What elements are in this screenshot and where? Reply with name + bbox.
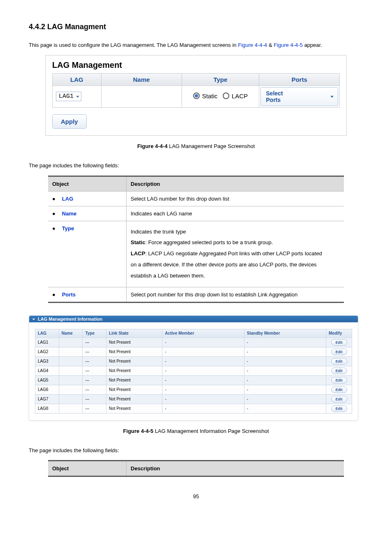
edit-button[interactable]: Edit [331, 368, 347, 374]
edit-button[interactable]: Edit [331, 339, 347, 346]
radio-label-lacp: LACP [232, 92, 248, 99]
table-cell [59, 366, 83, 375]
table-cell [59, 385, 83, 394]
type-lacp-rest3: establish a LAG between them. [131, 272, 340, 280]
objtbl2-h-desc: Description [127, 461, 344, 476]
edit-button[interactable]: Edit [331, 349, 347, 355]
modify-cell: Edit [326, 366, 352, 375]
table-cell: --- [83, 375, 106, 385]
table-cell [59, 338, 83, 347]
table-cell: --- [83, 347, 106, 356]
table-cell: - [244, 356, 326, 366]
figure-445-rest: LAG Management Information Page Screensh… [153, 428, 269, 434]
table-cell: --- [83, 366, 106, 375]
table-row: LAG6---Not Present--Edit [35, 385, 352, 394]
table-row: LAG3---Not Present--Edit [35, 356, 352, 366]
table-cell: LAG3 [35, 356, 59, 366]
edit-button[interactable]: Edit [331, 396, 347, 402]
object-table-2: Object Description [48, 460, 344, 477]
table-cell: --- [83, 404, 106, 413]
type-lacp-radio[interactable]: LACP [223, 92, 248, 99]
figure-444-caption: Figure 4-4-4 LAG Management Page Screens… [29, 143, 363, 149]
table-cell: Not Present [106, 338, 162, 347]
objtbl1-h-desc: Description [127, 176, 344, 191]
table-cell: - [244, 338, 326, 347]
table-row: LAG4---Not Present--Edit [35, 366, 352, 375]
desc-type: Indicates the trunk type Static: Force a… [127, 221, 344, 287]
th-name: Name [133, 76, 150, 83]
table-cell: Not Present [106, 356, 162, 366]
table-row: LAG1---Not Present--Edit [35, 338, 352, 347]
table-cell: - [162, 347, 244, 356]
table-cell [59, 394, 83, 404]
info-th-link: Link State [106, 329, 162, 338]
desc-name: Indicates each LAG name [127, 206, 344, 221]
table-cell: - [162, 385, 244, 394]
table-row: LAG8---Not Present--Edit [35, 404, 352, 413]
table-cell: - [244, 347, 326, 356]
edit-button[interactable]: Edit [331, 377, 347, 384]
table-cell: LAG2 [35, 347, 59, 356]
collapse-icon [32, 319, 35, 320]
modify-cell: Edit [326, 347, 352, 356]
table-cell: LAG7 [35, 394, 59, 404]
edit-button[interactable]: Edit [331, 405, 347, 412]
intro-paragraph: This page is used to configure the LAG m… [29, 41, 363, 50]
intro-amp: & [269, 42, 274, 48]
table-cell: --- [83, 356, 106, 366]
table-row: LAG2---Not Present--Edit [35, 347, 352, 356]
figure-444-rest: LAG Management Page Screenshot [168, 143, 255, 149]
modify-cell: Edit [326, 385, 352, 394]
table-cell: Not Present [106, 347, 162, 356]
radio-icon [193, 92, 200, 99]
obj-type: Type [62, 225, 74, 231]
type-line1: Indicates the trunk type [131, 228, 340, 236]
figure-link-445[interactable]: Figure 4-4-5 [274, 42, 303, 48]
table-cell: Not Present [106, 394, 162, 404]
edit-button[interactable]: Edit [331, 358, 347, 365]
table-cell: Not Present [106, 375, 162, 385]
select-ports-button[interactable]: Select Ports [261, 87, 338, 106]
modify-cell: Edit [326, 375, 352, 385]
th-type: Type [213, 76, 227, 83]
lag-management-table: LAG Name Type Ports LAG1 Static LACP [52, 73, 340, 108]
obj-lag: LAG [62, 196, 73, 202]
info-th-mod: Modify [326, 329, 352, 338]
figure-444-bold: Figure 4-4-4 [137, 143, 168, 149]
page-number: 95 [29, 493, 363, 500]
modify-cell: Edit [326, 338, 352, 347]
table-cell: - [244, 375, 326, 385]
edit-button[interactable]: Edit [331, 386, 347, 393]
lag-management-panel: LAG Management LAG Name Type Ports LAG1 … [45, 55, 347, 136]
modify-cell: Edit [326, 404, 352, 413]
th-ports: Ports [291, 76, 307, 83]
obj-name: Name [62, 210, 76, 217]
bullet-icon: ● [52, 225, 55, 231]
lag-info-table: LAG Name Type Link State Active Member S… [35, 329, 352, 414]
bullet-icon: ● [52, 210, 55, 217]
figure-link-444[interactable]: Figure 4-4-4 [238, 42, 267, 48]
intro-post: appear. [304, 42, 322, 48]
table-cell [59, 404, 83, 413]
table-cell: LAG5 [35, 375, 59, 385]
table-cell: LAG1 [35, 338, 59, 347]
type-static-radio[interactable]: Static [193, 92, 218, 99]
modify-cell: Edit [326, 394, 352, 404]
modify-cell: Edit [326, 356, 352, 366]
intro-text: This page is used to configure the LAG m… [29, 42, 238, 48]
info-th-type: Type [83, 329, 106, 338]
apply-button[interactable]: Apply [52, 114, 87, 129]
info-panel-header[interactable]: LAG Management Information [29, 316, 358, 322]
table-cell: --- [83, 385, 106, 394]
section-heading: 4.4.2 LAG Managment [29, 23, 363, 31]
table-cell: --- [83, 394, 106, 404]
type-static-b: Static [131, 239, 145, 245]
figure-445-bold: Figure 4-4-5 [123, 428, 154, 434]
bullet-icon: ● [52, 291, 55, 298]
table-cell [59, 347, 83, 356]
table-cell: - [162, 404, 244, 413]
name-input-cell[interactable] [101, 86, 182, 107]
table-cell: LAG6 [35, 385, 59, 394]
desc-lag: Select LAG number for this drop down lis… [127, 191, 344, 206]
lag-select[interactable]: LAG1 [56, 92, 81, 101]
